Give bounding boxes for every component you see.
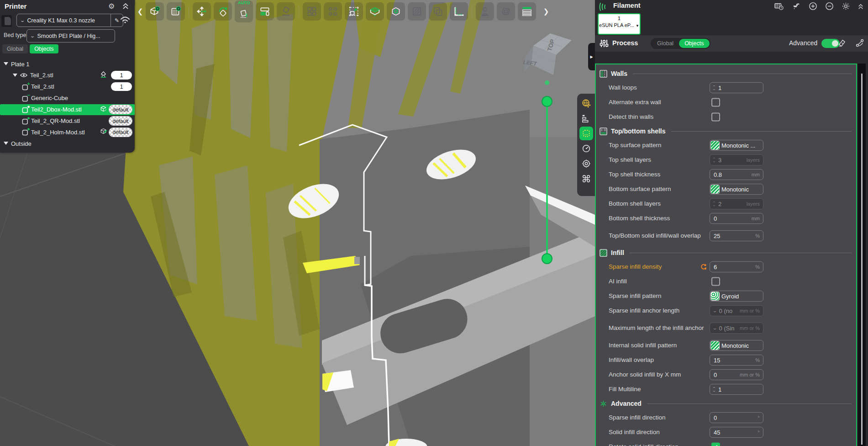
filament-slot-1[interactable]: 1 eSUN PLA eP... ▼ — [598, 13, 641, 35]
toolbar-collapse-right-icon[interactable]: ❯ — [542, 3, 550, 20]
split-to-objects-icon — [306, 5, 318, 17]
section-header-infill[interactable]: Infill — [596, 246, 856, 260]
caret-down-icon[interactable] — [4, 141, 8, 146]
auto-orient-button[interactable]: AUTO — [235, 0, 253, 22]
checkbox-alternate-extra-wall[interactable] — [711, 98, 720, 107]
calibration-icon[interactable] — [838, 39, 847, 48]
checkbox-rotate-solid-infill-direction[interactable]: ✓ — [711, 443, 720, 446]
input-solid-infill-direction[interactable]: 45° — [710, 427, 763, 438]
instance-count-badge[interactable]: 1 — [111, 71, 132, 80]
filament-settings-icon[interactable] — [842, 2, 850, 11]
printer-select-value: Creality K1 Max 0.3 nozzle — [27, 17, 95, 24]
mesh-edit-icon[interactable] — [100, 105, 107, 112]
infill-icon — [600, 249, 607, 257]
speed-preview-icon[interactable] — [579, 142, 593, 155]
collapse-icon[interactable] — [858, 3, 863, 10]
section-header-walls[interactable]: Walls — [596, 67, 856, 80]
process-tab-global[interactable]: Global — [652, 39, 679, 48]
section-header-advanced[interactable]: Advanced — [596, 397, 856, 410]
color-paint-button[interactable] — [366, 2, 384, 21]
setting-label: Solid infill direction — [609, 429, 705, 436]
pattern-top-surface-pattern[interactable]: Monotonic ... — [710, 140, 763, 151]
input-infill-wall-overlap[interactable]: 15% — [710, 355, 763, 366]
compare-icon[interactable] — [856, 39, 864, 48]
input-top-shell-thickness[interactable]: 0.8mm — [710, 169, 763, 180]
caret-down-icon[interactable] — [4, 62, 8, 66]
support-applied-icon[interactable] — [100, 71, 107, 79]
settings-scrollbar[interactable] — [858, 64, 866, 446]
tree-item-teil-2-holm-mod-stl[interactable]: ●Teil_2_Holm-Mod.stldefault — [0, 127, 135, 138]
lay-on-face-button — [277, 2, 295, 21]
add-object-button[interactable] — [146, 2, 164, 21]
variable-layer-height-button[interactable] — [518, 2, 536, 21]
process-tab-objects[interactable]: Objects — [679, 39, 709, 48]
arrange-button[interactable] — [256, 2, 274, 21]
objects-list-icon[interactable] — [579, 112, 593, 125]
assembly-view-icon[interactable] — [579, 172, 593, 186]
machine-settings-icon[interactable] — [579, 157, 593, 170]
spinner-wall-loops[interactable]: ⌃⌄1 — [710, 82, 763, 93]
measure-icon — [452, 5, 465, 18]
spinner-arrows-icon[interactable]: ⌃⌄ — [713, 387, 715, 392]
tree-item-label: Teil_2_Holm-Mod.stl — [31, 129, 85, 136]
preset-default-badge[interactable]: default — [109, 127, 132, 137]
pattern-sparse-infill-pattern[interactable]: Gyroid — [710, 291, 763, 302]
bed-type-select[interactable]: ⌄ Smooth PEI Plate / Hig... — [26, 29, 115, 42]
caret-down-icon[interactable] — [13, 73, 17, 78]
scale-button[interactable] — [345, 2, 363, 21]
measure-button[interactable] — [450, 2, 468, 21]
checkbox-detect-thin-walls[interactable] — [711, 113, 720, 122]
spinner-arrows-icon[interactable]: ⌃⌄ — [713, 202, 715, 206]
preset-default-badge[interactable]: default — [109, 105, 132, 114]
spinner-bottom-shell-layers: ⌃⌄2layers — [710, 198, 763, 209]
toolbar-collapse-left-icon[interactable]: ❮ — [136, 3, 144, 20]
spinner-fill-multiline[interactable]: ⌃⌄1 — [710, 384, 763, 395]
tree-item-teil2-dbox-mod-stl[interactable]: ●Teil2_Dbox-Mod.stldefault — [0, 104, 135, 115]
remove-filament-icon[interactable] — [825, 2, 834, 11]
mesh-edit-icon[interactable] — [100, 127, 107, 135]
spinner-arrows-icon[interactable]: ⌃⌄ — [713, 158, 715, 162]
tree-item-teil-2-stl[interactable]: Teil_2.stl1 — [0, 70, 135, 81]
modifier-settings-icon[interactable] — [579, 127, 593, 140]
tree-item-outside[interactable]: Outside — [0, 138, 135, 149]
input-anchor-solid-infill-by-x-mm[interactable]: 0mm or % — [710, 369, 763, 380]
tree-item-generic-cube[interactable]: −Generic-Cube — [0, 93, 135, 104]
printer-settings-gear-icon[interactable]: ⚙ — [108, 2, 115, 11]
printer-select[interactable]: ⌄ Creality K1 Max 0.3 nozzle ✎ — [16, 14, 123, 27]
tab-global[interactable]: Global — [2, 44, 28, 53]
rotate-button[interactable] — [214, 2, 232, 21]
tab-objects[interactable]: Objects — [30, 44, 58, 53]
checkbox-ai-infill[interactable] — [711, 277, 720, 286]
undo-modified-icon[interactable] — [700, 263, 707, 271]
setting-unit: layers — [747, 201, 760, 207]
setting-unit: layers — [747, 157, 760, 163]
add-plate-button[interactable] — [167, 2, 185, 21]
ams-icon[interactable] — [774, 2, 784, 11]
section-header-top-bottom-shells[interactable]: Top/bottom shells — [596, 124, 856, 138]
spinner-arrows-icon[interactable]: ⌃⌄ — [713, 85, 715, 90]
tree-item-teil-2-stl[interactable]: +Teil_2.stl1 — [0, 81, 135, 92]
tree-item-teil-2-qr-mod-stl[interactable]: ●Teil_2_QR-Mod.stldefault — [0, 116, 135, 127]
global-settings-icon[interactable] — [579, 96, 593, 110]
auto-orient-label: AUTO — [235, 0, 253, 5]
input-top-bottom-solid-infill-wall-overlap[interactable]: 25% — [710, 230, 763, 241]
setting-label: Internal solid infill pattern — [609, 342, 705, 349]
input-sparse-infill-direction[interactable]: 0° — [710, 412, 763, 423]
pattern-bottom-surface-pattern[interactable]: Monotonic — [710, 184, 763, 195]
add-filament-icon[interactable] — [809, 2, 817, 11]
printer-panel-collapse-icon[interactable] — [122, 2, 129, 10]
tree-item-plate-1[interactable]: Plate 1 — [0, 58, 135, 69]
move-button[interactable] — [193, 2, 211, 21]
instance-count-badge[interactable]: 1 — [111, 82, 132, 91]
wifi-icon[interactable] — [120, 16, 131, 24]
eye-visible-icon[interactable] — [20, 73, 27, 78]
input-sparse-infill-density[interactable]: 6% — [710, 261, 763, 272]
seam-paint-button[interactable] — [387, 2, 405, 21]
input-bottom-shell-thickness[interactable]: 0mm — [710, 213, 763, 224]
right-panel-collapse-tab[interactable]: ▶ — [588, 43, 595, 70]
preset-default-badge[interactable]: default — [109, 116, 132, 126]
advanced-toggle[interactable] — [821, 39, 840, 48]
flush-icon[interactable] — [792, 2, 801, 11]
monotonic-pattern-swatch — [710, 185, 720, 194]
pattern-internal-solid-infill-pattern[interactable]: Monotonic — [710, 340, 763, 351]
